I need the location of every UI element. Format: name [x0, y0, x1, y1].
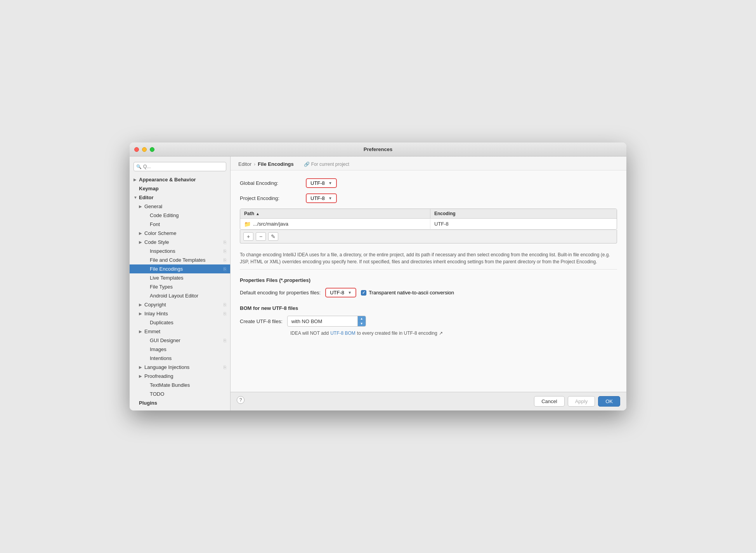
edit-button[interactable]: ✎ — [268, 232, 278, 241]
chevron-down-icon: ▼ — [348, 290, 352, 295]
sidebar-item-code-style[interactable]: ▶ Code Style ⎘ — [130, 238, 230, 247]
copy-icon: ⎘ — [224, 338, 226, 343]
sidebar-item-file-encodings[interactable]: File Encodings ⎘ — [130, 264, 230, 273]
bom-section: BOM for new UTF-8 files Create UTF-8 fil… — [240, 304, 617, 336]
arrow-icon: ▶ — [139, 303, 144, 307]
copy-icon: ⎘ — [224, 311, 226, 316]
encoding-table-section: Path ▲ Encoding 📁 .../src/main/java — [240, 209, 617, 243]
cancel-button[interactable]: Cancel — [534, 396, 564, 407]
sidebar-item-label: Live Templates — [150, 275, 183, 281]
for-current-project: 🔗 For current project — [304, 162, 349, 167]
stepper-up-button[interactable]: ▲ — [358, 316, 366, 321]
transparent-conversion-checkbox[interactable] — [361, 290, 366, 296]
sidebar-item-appearance[interactable]: ▶ Appearance & Behavior — [130, 175, 230, 184]
sidebar-item-images[interactable]: Images — [130, 345, 230, 354]
sidebar-item-android-layout[interactable]: Android Layout Editor — [130, 291, 230, 300]
sidebar-item-gui-designer[interactable]: GUI Designer ⎘ — [130, 336, 230, 345]
sidebar-item-label: File Encodings — [150, 266, 183, 272]
search-input[interactable] — [134, 162, 226, 171]
search-icon: 🔍 — [136, 164, 142, 169]
copy-icon: ⎘ — [224, 257, 226, 263]
breadcrumb-separator: › — [254, 161, 255, 167]
sidebar-item-inlay-hints[interactable]: ▶ Inlay Hints ⎘ — [130, 309, 230, 318]
folder-icon: 📁 — [244, 221, 251, 227]
sidebar-item-label: Inspections — [150, 248, 175, 254]
sidebar-item-label: File and Code Templates — [150, 257, 206, 263]
sidebar-item-keymap[interactable]: Keymap — [130, 184, 230, 193]
transparent-conversion-row: Transparent native-to-ascii conversion — [361, 290, 454, 296]
project-encoding-dropdown[interactable]: UTF-8 ▼ — [306, 193, 337, 203]
ok-button[interactable]: OK — [598, 396, 620, 407]
properties-encoding-row: Default encoding for properties files: U… — [240, 288, 617, 297]
close-button[interactable] — [134, 147, 139, 152]
table-header: Path ▲ Encoding — [240, 209, 617, 219]
stepper-buttons: ▲ ▼ — [357, 316, 366, 326]
sidebar-item-textmate-bundles[interactable]: TextMate Bundles — [130, 381, 230, 390]
properties-encoding-label: Default encoding for properties files: — [240, 290, 321, 296]
copy-icon: ⎘ — [224, 240, 226, 245]
encoding-table: Path ▲ Encoding 📁 .../src/main/java — [240, 209, 617, 230]
minimize-button[interactable] — [142, 147, 147, 152]
project-encoding-value: UTF-8 — [310, 195, 325, 201]
properties-encoding-value: UTF-8 — [330, 290, 344, 296]
arrow-icon: ▶ — [139, 231, 144, 235]
project-link-icon: 🔗 — [304, 162, 310, 167]
sidebar-item-plugins[interactable]: Plugins — [130, 398, 230, 407]
sidebar-item-label: Intentions — [150, 355, 172, 361]
properties-encoding-dropdown[interactable]: UTF-8 ▼ — [325, 288, 356, 297]
sidebar-item-intentions[interactable]: Intentions — [130, 354, 230, 363]
arrow-icon: ▶ — [139, 204, 144, 209]
sidebar-item-label: Code Editing — [150, 212, 179, 218]
global-encoding-dropdown[interactable]: UTF-8 ▼ — [306, 178, 337, 188]
properties-section: Properties Files (*.properties) Default … — [240, 276, 617, 297]
window-title: Preferences — [364, 146, 392, 152]
sidebar-item-label: Plugins — [139, 400, 157, 406]
sidebar-item-copyright[interactable]: ▶ Copyright ⎘ — [130, 300, 230, 309]
sidebar-item-general[interactable]: ▶ General — [130, 202, 230, 211]
sidebar-item-code-editing[interactable]: Code Editing — [130, 211, 230, 220]
transparent-conversion-label: Transparent native-to-ascii conversion — [369, 290, 454, 296]
sidebar-item-file-code-templates[interactable]: File and Code Templates ⎘ — [130, 256, 230, 264]
chevron-down-icon: ▼ — [328, 181, 332, 185]
sidebar-item-inspections[interactable]: Inspections ⎘ — [130, 247, 230, 256]
main-panel: Editor › File Encodings 🔗 For current pr… — [231, 157, 626, 410]
titlebar: Preferences — [130, 143, 626, 157]
apply-button[interactable]: Apply — [568, 396, 595, 407]
sidebar-item-font[interactable]: Font — [130, 220, 230, 229]
sidebar-item-label: GUI Designer — [150, 337, 180, 343]
bom-link[interactable]: UTF-8 BOM — [330, 330, 355, 336]
sidebar-item-label: Images — [150, 346, 166, 352]
sidebar: 🔍 ▶ Appearance & Behavior Keymap ▼ Edito… — [130, 157, 231, 410]
sidebar-item-duplicates[interactable]: Duplicates — [130, 318, 230, 327]
table-row[interactable]: 📁 .../src/main/java UTF-8 — [240, 219, 617, 230]
arrow-icon: ▶ — [139, 365, 144, 369]
main-content: 🔍 ▶ Appearance & Behavior Keymap ▼ Edito… — [130, 157, 626, 410]
sidebar-item-label: File Types — [150, 284, 173, 290]
maximize-button[interactable] — [150, 147, 154, 152]
copy-icon: ⎘ — [224, 266, 226, 272]
global-encoding-value: UTF-8 — [310, 180, 325, 186]
bom-create-value: with NO BOM — [288, 317, 357, 326]
sidebar-item-emmet[interactable]: ▶ Emmet — [130, 327, 230, 336]
remove-button[interactable]: − — [256, 232, 266, 241]
breadcrumb-current: File Encodings — [258, 161, 293, 167]
sidebar-item-live-templates[interactable]: Live Templates — [130, 273, 230, 282]
arrow-icon: ▶ — [139, 374, 144, 378]
external-link-icon: ↗ — [439, 330, 443, 336]
sidebar-item-label: General — [144, 203, 162, 209]
global-encoding-row: Global Encoding: UTF-8 ▼ — [240, 178, 617, 188]
add-button[interactable]: + — [243, 232, 253, 241]
sidebar-item-editor[interactable]: ▼ Editor — [130, 193, 230, 202]
properties-title: Properties Files (*.properties) — [240, 276, 617, 283]
stepper-down-button[interactable]: ▼ — [358, 321, 366, 326]
sidebar-item-language-injections[interactable]: ▶ Language Injections ⎘ — [130, 363, 230, 372]
table-toolbar: + − ✎ — [240, 230, 617, 243]
help-button[interactable]: ? — [237, 396, 244, 404]
project-encoding-label: Project Encoding: — [240, 195, 302, 201]
sidebar-item-proofreading[interactable]: ▶ Proofreading — [130, 372, 230, 381]
sidebar-item-color-scheme[interactable]: ▶ Color Scheme — [130, 229, 230, 238]
global-encoding-label: Global Encoding: — [240, 180, 302, 186]
sidebar-item-file-types[interactable]: File Types — [130, 282, 230, 291]
arrow-icon: ▶ — [139, 311, 144, 316]
sidebar-item-todo[interactable]: TODO — [130, 390, 230, 398]
